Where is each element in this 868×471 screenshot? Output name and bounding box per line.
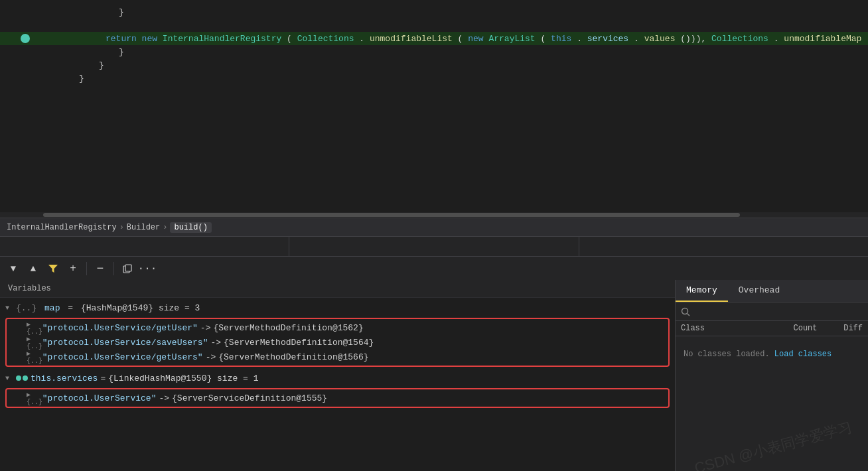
variables-panel: Variables ▼ {..} map = {HashMap@1549} si… xyxy=(0,280,676,471)
map-header-text: {..} map = {HashMap@1549} size = 3 xyxy=(16,303,200,313)
line-content xyxy=(39,100,868,110)
watermark-text: CSDN @小表同学爱学习 xyxy=(693,419,854,471)
code-lines: } return new InternalHandlerRegistry ( C… xyxy=(0,0,868,157)
toolbar-separator xyxy=(86,262,87,275)
map-header-item[interactable]: ▼ {..} map = {HashMap@1549} size = 3 xyxy=(0,301,675,315)
green-dot-icon xyxy=(16,375,21,381)
filter-button[interactable] xyxy=(45,261,61,277)
expand-arrow: ▼ xyxy=(5,304,13,312)
code-line xyxy=(0,98,868,111)
panel-column-headers xyxy=(0,236,868,256)
line-content xyxy=(39,113,868,123)
line-gutter-breakpoint xyxy=(3,34,39,43)
search-icon xyxy=(681,307,690,316)
load-classes-link[interactable]: Load classes xyxy=(774,350,832,359)
code-line xyxy=(0,19,868,32)
code-editor: } return new InternalHandlerRegistry ( C… xyxy=(0,0,868,212)
toolbar-separator xyxy=(113,262,114,275)
more-button[interactable]: ··· xyxy=(139,261,155,277)
memory-table-header: Class Count Diff xyxy=(676,321,868,336)
up-arrow-button[interactable]: ▲ xyxy=(25,261,41,277)
expand-arrow: ▶ {..} xyxy=(27,335,35,350)
svg-line-4 xyxy=(687,313,690,316)
svg-point-3 xyxy=(682,308,688,314)
expand-arrow: ▼ xyxy=(5,375,13,382)
line-content xyxy=(39,140,868,150)
code-line: } xyxy=(0,72,868,85)
tab-memory[interactable]: Memory xyxy=(676,280,728,302)
col-count-header: Count xyxy=(772,324,818,333)
services-header-item[interactable]: ▼ this.services = {LinkedHashMap@1550} s… xyxy=(0,371,675,385)
tab-overhead[interactable]: Overhead xyxy=(728,280,790,302)
breakpoint-icon xyxy=(21,34,30,43)
memory-tabs: Memory Overhead xyxy=(676,280,868,303)
code-line: } xyxy=(0,45,868,58)
var-item-getUser[interactable]: ▶ {..} "protocol.UserService/getUser" ->… xyxy=(7,320,668,335)
variables-header: Variables xyxy=(0,280,675,298)
code-line xyxy=(0,138,868,151)
down-arrow-button[interactable]: ▼ xyxy=(5,261,21,277)
expand-arrow: ▶ {..} xyxy=(27,350,35,365)
add-button[interactable]: + xyxy=(65,261,81,277)
return-line: return new InternalHandlerRegistry ( Col… xyxy=(39,34,868,44)
copy-button[interactable] xyxy=(119,261,135,277)
memory-search-bar[interactable] xyxy=(676,303,868,321)
line-content: } xyxy=(39,60,868,70)
breadcrumb-item-registry[interactable]: InternalHandlerRegistry xyxy=(7,223,117,232)
memory-search-input[interactable] xyxy=(694,306,863,316)
breadcrumb-sep: › xyxy=(119,223,124,232)
copy-icon xyxy=(123,264,132,273)
scrollbar-thumb[interactable] xyxy=(43,213,740,217)
breadcrumb-item-build[interactable]: build() xyxy=(170,222,211,233)
code-line-highlighted: return new InternalHandlerRegistry ( Col… xyxy=(0,32,868,45)
col-diff-header: Diff xyxy=(818,324,863,333)
var-item-getUsers[interactable]: ▶ {..} "protocol.UserService/getUsers" -… xyxy=(7,350,668,364)
breadcrumb-item-builder[interactable]: Builder xyxy=(127,223,160,232)
line-content xyxy=(39,127,868,137)
svg-rect-2 xyxy=(125,265,131,271)
code-line xyxy=(0,85,868,98)
col-class-header: Class xyxy=(681,324,772,333)
code-line: } xyxy=(0,5,868,19)
code-line: } xyxy=(0,58,868,72)
line-content xyxy=(39,87,868,97)
code-line xyxy=(0,111,868,125)
svg-marker-0 xyxy=(48,265,58,273)
no-classes-text: No classes loaded. xyxy=(684,350,770,359)
remove-button[interactable]: − xyxy=(92,261,108,277)
debug-toolbar: ▼ ▲ + − ··· xyxy=(0,256,868,280)
debug-panel: Variables ▼ {..} map = {HashMap@1549} si… xyxy=(0,280,868,471)
memory-panel: Memory Overhead Class Count Diff No clas… xyxy=(676,280,868,471)
line-content: } xyxy=(39,74,868,84)
code-line xyxy=(0,125,868,138)
line-content xyxy=(39,21,868,31)
var-item-saveUsers[interactable]: ▶ {..} "protocol.UserService/saveUsers" … xyxy=(7,335,668,350)
green-dot-icon xyxy=(23,375,28,381)
filter-icon xyxy=(48,263,58,274)
variables-label: Variables xyxy=(8,284,51,293)
variables-content[interactable]: ▼ {..} map = {HashMap@1549} size = 3 ▶ {… xyxy=(0,298,675,471)
line-content: } xyxy=(39,47,868,57)
map-entries-group: ▶ {..} "protocol.UserService/getUser" ->… xyxy=(5,318,670,367)
line-content: } xyxy=(39,7,868,17)
breadcrumb-sep: › xyxy=(163,223,167,232)
services-entries-group: ▶ {..} "protocol.UserService" -> {Server… xyxy=(5,388,670,408)
breadcrumb: InternalHandlerRegistry › Builder › buil… xyxy=(0,218,868,236)
horizontal-scrollbar[interactable] xyxy=(0,212,868,218)
var-item-userservice[interactable]: ▶ {..} "protocol.UserService" -> {Server… xyxy=(7,391,668,405)
expand-arrow: ▶ {..} xyxy=(27,391,35,406)
memory-empty-state: No classes loaded. Load classes xyxy=(676,336,868,372)
expand-arrow: ▶ {..} xyxy=(27,320,35,336)
services-section: ▼ this.services = {LinkedHashMap@1550} s… xyxy=(0,371,675,408)
